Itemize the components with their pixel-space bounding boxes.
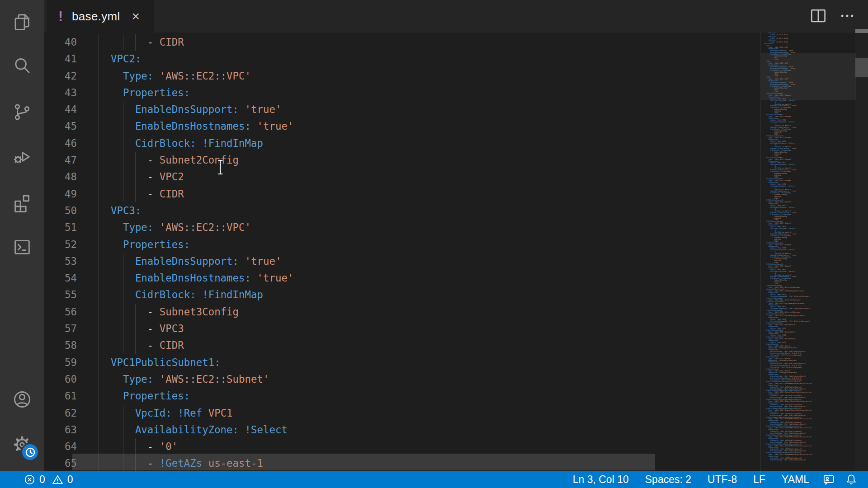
indent-guide — [123, 438, 123, 455]
indent-guide — [111, 152, 111, 169]
indent-guide — [123, 270, 123, 286]
indent-guide — [123, 152, 123, 169]
status-bar: 0 0 Ln 3, Col 10 Spaces: 2 UTF-8 LF YAML — [0, 471, 868, 488]
language-mode-status[interactable]: YAML — [774, 474, 817, 486]
error-count: 0 — [39, 474, 45, 486]
indent-guide — [123, 304, 123, 320]
notifications-status-item[interactable] — [840, 474, 863, 485]
indent-guide — [111, 68, 111, 84]
indent-guide — [99, 101, 99, 118]
code-line[interactable]: VpcId: !Ref VPC1 — [99, 405, 760, 422]
feedback-icon — [823, 474, 835, 485]
code-line[interactable]: VPC3: — [99, 202, 760, 219]
code-line[interactable]: - VPC2 — [99, 169, 760, 185]
indent-guide — [123, 286, 123, 303]
indent-guide — [135, 186, 136, 202]
indent-guide — [99, 135, 99, 152]
line-number: 59 — [44, 354, 77, 371]
code-line[interactable]: Properties: — [99, 388, 760, 404]
indent-guide — [111, 101, 111, 118]
indent-guide — [135, 169, 136, 185]
indent-guide — [111, 219, 111, 236]
code-line[interactable]: - CIDR — [99, 186, 760, 202]
minimap-slider[interactable] — [761, 53, 856, 100]
accounts-icon[interactable] — [12, 389, 33, 410]
indent-guide — [111, 371, 111, 388]
indent-guide — [99, 253, 99, 270]
horizontal-scrollbar-thumb[interactable] — [72, 454, 655, 470]
tab-bar: ! base.yml × — [44, 0, 868, 33]
code-line[interactable]: Type: 'AWS::EC2::Subnet' — [99, 371, 760, 388]
more-actions-icon[interactable] — [838, 7, 856, 25]
indent-guide — [111, 34, 111, 51]
vertical-scrollbar[interactable] — [855, 33, 868, 471]
code-line[interactable]: Type: 'AWS::EC2::VPC' — [99, 68, 760, 84]
code-line[interactable]: EnableDnsSupport: 'true' — [99, 101, 760, 118]
indent-guide — [99, 236, 99, 253]
indent-guide — [99, 337, 99, 354]
extensions-icon[interactable] — [12, 192, 33, 213]
indent-guide — [111, 304, 111, 320]
indent-guide — [99, 118, 99, 135]
indent-guide — [111, 270, 111, 286]
code-line[interactable]: - CIDR — [99, 34, 760, 51]
line-number: 57 — [44, 320, 77, 337]
code-line[interactable]: CidrBlock: !FindInMap — [99, 286, 760, 303]
indent-guide — [99, 304, 99, 320]
indent-guide — [135, 337, 136, 354]
code-line[interactable]: - Subnet2Config — [99, 152, 760, 169]
activity-bar — [0, 0, 44, 471]
code-line[interactable]: EnableDnsHostnames: 'true' — [99, 270, 760, 286]
indent-guide — [99, 388, 99, 404]
code-line[interactable]: EnableDnsSupport: 'true' — [99, 253, 760, 270]
eol-status[interactable]: LF — [745, 474, 774, 486]
line-number: 60 — [44, 371, 77, 388]
code-line[interactable]: - Subnet3Config — [99, 304, 760, 320]
indent-guide — [111, 118, 111, 135]
indent-guide — [123, 135, 123, 152]
code-line[interactable]: EnableDnsHostnames: 'true' — [99, 118, 760, 135]
warning-count: 0 — [67, 474, 73, 486]
vscode-window: ! base.yml × 404142434445464748495051525… — [0, 0, 868, 488]
code-lines: - CIDR VPC2: Type: 'AWS::EC2::VPC' Prope… — [99, 34, 760, 471]
line-number: 55 — [44, 286, 77, 303]
indent-guide — [111, 320, 111, 337]
tab-close-icon[interactable]: × — [132, 9, 140, 23]
code-line[interactable]: - '0' — [99, 438, 760, 455]
indent-guide — [123, 34, 123, 51]
code-line[interactable]: AvailabilityZone: !Select — [99, 422, 760, 438]
code-line[interactable]: - VPC3 — [99, 320, 760, 337]
problems-status-item[interactable]: 0 0 — [0, 474, 73, 486]
indent-guide — [135, 152, 136, 169]
indent-guide — [123, 422, 123, 438]
indent-guide — [111, 405, 111, 422]
code-editor[interactable]: 4041424344454647484950515253545556575859… — [44, 33, 760, 471]
split-editor-icon[interactable] — [808, 6, 828, 26]
indentation-status[interactable]: Spaces: 2 — [637, 474, 699, 486]
explorer-icon[interactable] — [12, 12, 33, 33]
code-line[interactable]: - CIDR — [99, 337, 760, 354]
code-line[interactable]: Properties: — [99, 84, 760, 101]
code-line[interactable]: Type: 'AWS::EC2::VPC' — [99, 219, 760, 236]
tab-base-yml[interactable]: ! base.yml × — [47, 0, 154, 33]
code-line[interactable]: CidrBlock: !FindInMap — [99, 135, 760, 152]
vertical-scrollbar-thumb[interactable] — [855, 58, 868, 77]
code-line[interactable]: Properties: — [99, 236, 760, 253]
cursor-position-status[interactable]: Ln 3, Col 10 — [565, 474, 637, 486]
encoding-status[interactable]: UTF-8 — [699, 474, 745, 486]
code-line[interactable]: VPC1PublicSubnet1: — [99, 354, 760, 371]
manage-clock-badge[interactable] — [22, 444, 38, 460]
feedback-status-item[interactable] — [817, 474, 840, 485]
source-control-icon[interactable] — [12, 102, 33, 122]
run-and-debug-icon[interactable] — [12, 146, 33, 167]
terminal-icon[interactable] — [12, 237, 33, 258]
error-icon — [24, 474, 35, 485]
search-icon[interactable] — [12, 56, 33, 76]
minimap[interactable]: PublicA: CIDR: 10.20.0.0/24 PublicB: CID… — [760, 33, 856, 471]
indent-guide — [99, 84, 99, 101]
warning-icon — [52, 474, 63, 485]
indent-guide — [111, 186, 111, 202]
indent-guide — [111, 286, 111, 303]
code-line[interactable]: VPC2: — [99, 51, 760, 67]
line-number: 51 — [44, 219, 77, 236]
